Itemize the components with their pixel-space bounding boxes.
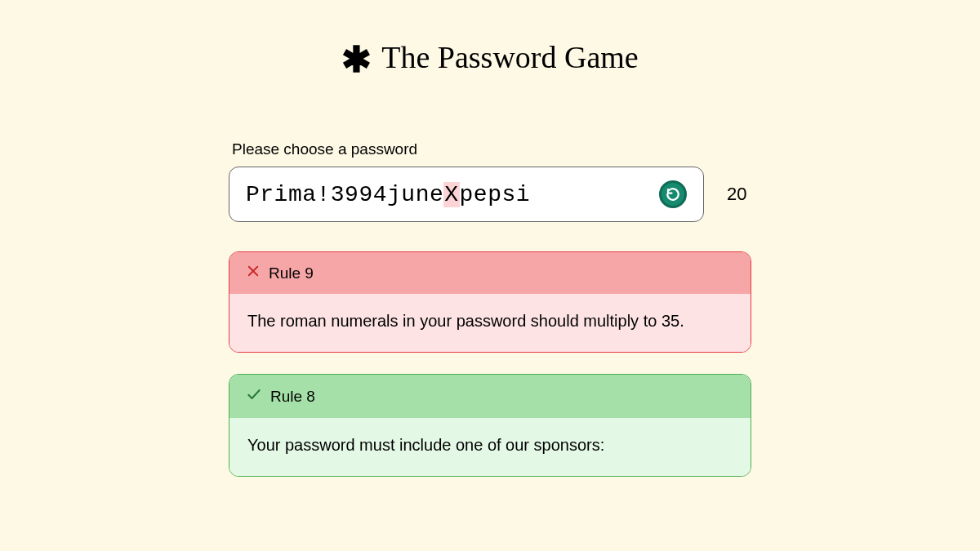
rule-label: Rule 8 xyxy=(270,388,315,406)
rules-list: Rule 9The roman numerals in your passwor… xyxy=(229,251,751,477)
x-icon xyxy=(246,264,261,282)
password-input-row: Prima!3994juneXpepsi 20 xyxy=(229,167,751,222)
prompt-label: Please choose a password xyxy=(232,140,751,158)
char-count: 20 xyxy=(727,184,751,205)
rule-label: Rule 9 xyxy=(269,264,314,282)
rule-text: The roman numerals in your password shou… xyxy=(229,294,751,352)
refresh-icon[interactable] xyxy=(659,180,687,208)
password-input[interactable]: Prima!3994juneXpepsi xyxy=(229,167,704,222)
password-value: Prima!3994juneXpepsi xyxy=(246,182,530,207)
rule-header: Rule 8 xyxy=(229,375,751,418)
check-icon xyxy=(246,386,262,407)
asterisk-icon: ✱ xyxy=(341,42,372,78)
title-text: The Password Game xyxy=(381,39,638,75)
rule-text: Your password must include one of our sp… xyxy=(229,418,751,476)
rule-card: Rule 9The roman numerals in your passwor… xyxy=(229,251,751,353)
rule-header: Rule 9 xyxy=(229,252,751,294)
rule-card: Rule 8Your password must include one of … xyxy=(229,374,751,477)
page-title: ✱ The Password Game xyxy=(229,39,751,75)
